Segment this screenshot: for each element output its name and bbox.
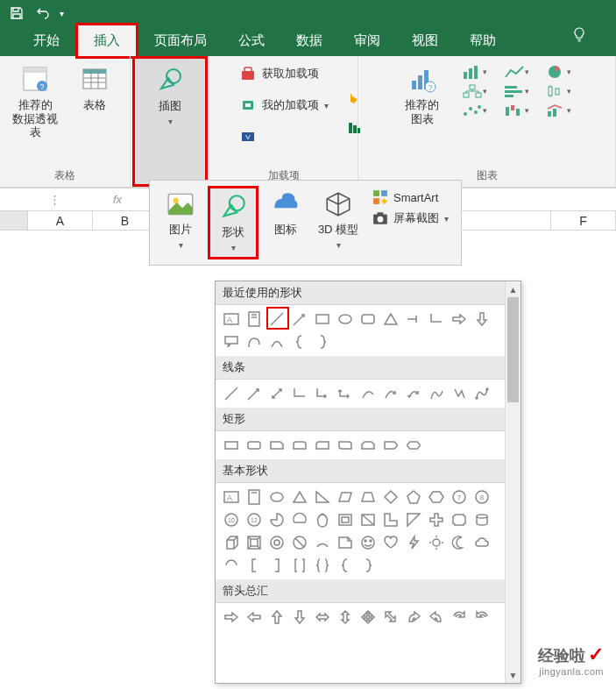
line-4[interactable] [289, 383, 310, 404]
shape-right-arrow[interactable] [449, 309, 470, 330]
b-sun[interactable] [426, 532, 447, 553]
shape-elbow[interactable] [426, 309, 447, 330]
b-dbrace[interactable] [312, 555, 333, 576]
visio-icon[interactable]: V [236, 123, 260, 151]
shape-triangle[interactable] [380, 309, 401, 330]
b-plaque[interactable] [449, 509, 470, 530]
rect-5[interactable] [312, 435, 333, 456]
shape-textbox-v[interactable] [244, 309, 265, 330]
smartart-button[interactable]: SmartArt [371, 188, 450, 207]
rect-8[interactable] [380, 435, 401, 456]
rect-4[interactable] [289, 435, 310, 456]
b-hept[interactable]: 7 [449, 487, 470, 508]
b-donut[interactable] [266, 532, 287, 553]
line-11[interactable] [449, 383, 470, 404]
shape-line-arrow[interactable] [289, 309, 310, 330]
col-b[interactable]: B [93, 211, 158, 230]
b-bevel[interactable] [244, 532, 265, 553]
b-vtext[interactable] [244, 487, 265, 508]
combo-chart-icon[interactable]: ▾ [542, 102, 577, 119]
shape-l-arrow[interactable] [403, 309, 424, 330]
b-half[interactable] [358, 509, 379, 530]
shape-oval[interactable] [335, 309, 356, 330]
get-addins-button[interactable]: 获取加载项 [236, 60, 322, 88]
b-rbrkt[interactable] [266, 555, 287, 576]
my-addins-button[interactable]: 我的加载项 ▾ [236, 91, 332, 119]
b-bolt[interactable] [403, 532, 424, 553]
line-1[interactable] [221, 383, 242, 404]
waterfall-chart-icon[interactable]: ▾ [499, 102, 535, 119]
line-5[interactable] [312, 383, 333, 404]
icons-button[interactable]: 图标 [260, 186, 311, 259]
recommended-charts-button[interactable]: ? 推荐的 图表 [394, 60, 450, 129]
b-cube[interactable] [221, 532, 242, 553]
3d-models-button[interactable]: 3D 模型 ▾ [313, 186, 364, 259]
b-L[interactable] [380, 509, 401, 530]
b-dec[interactable]: 10 [221, 509, 242, 530]
tab-view[interactable]: 视图 [396, 25, 454, 56]
undo-icon[interactable] [33, 4, 53, 23]
b-pie[interactable] [266, 509, 287, 530]
b-tear[interactable] [312, 509, 333, 530]
shape-brace-l[interactable] [289, 331, 310, 352]
scroll-up-icon[interactable]: ▲ [506, 281, 520, 297]
ar-2[interactable] [244, 607, 265, 628]
b-rbrace[interactable] [358, 555, 379, 576]
ar-5[interactable] [312, 607, 333, 628]
screenshot-button[interactable]: 屏幕截图 ▾ [371, 209, 450, 228]
b-lbrace[interactable] [335, 555, 356, 576]
col-f[interactable]: F [551, 211, 616, 230]
line-12[interactable] [471, 383, 492, 404]
tab-formulas[interactable]: 公式 [223, 25, 280, 56]
rect-2[interactable] [244, 435, 265, 456]
ar-12[interactable] [471, 607, 492, 628]
shape-curve[interactable] [266, 331, 287, 352]
b-trap[interactable] [358, 487, 379, 508]
shape-brace-r[interactable] [312, 331, 333, 352]
b-can[interactable] [471, 509, 492, 530]
b-diag[interactable] [403, 509, 424, 530]
fx-icon[interactable]: fx [113, 193, 122, 206]
ar-10[interactable] [426, 607, 447, 628]
b-smiley[interactable] [358, 532, 379, 553]
b-pent[interactable] [403, 487, 424, 508]
tab-review[interactable]: 审阅 [338, 25, 396, 56]
b-textbox[interactable]: A [221, 487, 242, 508]
shape-down-arrow[interactable] [471, 309, 492, 330]
b-lbrkt[interactable] [244, 555, 265, 576]
pie-chart-icon[interactable]: ▾ [542, 63, 577, 81]
b-noentry[interactable] [289, 532, 310, 553]
tab-home[interactable]: 开始 [18, 25, 75, 56]
rect-3[interactable] [266, 435, 287, 456]
ar-4[interactable] [289, 607, 310, 628]
line-6[interactable] [335, 383, 356, 404]
recommended-pivot-button[interactable]: ? 推荐的 数据透视表 [7, 60, 63, 143]
b-fold[interactable] [335, 532, 356, 553]
rect-9[interactable] [403, 435, 424, 456]
b-chord[interactable] [289, 509, 310, 530]
rect-6[interactable] [335, 435, 356, 456]
ar-1[interactable] [221, 607, 242, 628]
qat-dropdown-icon[interactable]: ▾ [60, 9, 64, 18]
line-3[interactable] [266, 383, 287, 404]
line-7[interactable] [358, 383, 379, 404]
scroll-thumb[interactable] [507, 297, 519, 402]
b-oval[interactable] [266, 487, 287, 508]
tab-page-layout[interactable]: 页面布局 [138, 25, 223, 56]
shape-callout[interactable] [221, 331, 242, 352]
shape-textbox-h[interactable]: A [221, 309, 242, 330]
rect-1[interactable] [221, 435, 242, 456]
b-dbrkt[interactable] [289, 555, 310, 576]
b-cloud[interactable] [471, 532, 492, 553]
ar-9[interactable] [403, 607, 424, 628]
shape-rect[interactable] [312, 309, 333, 330]
line-chart-icon[interactable]: ▾ [499, 63, 535, 81]
ar-8[interactable] [380, 607, 401, 628]
table-button[interactable]: 表格 [67, 60, 123, 116]
shape-freeform[interactable] [244, 331, 265, 352]
select-all-corner[interactable] [0, 211, 28, 230]
b-moon[interactable] [449, 532, 470, 553]
scroll-down-icon[interactable]: ▼ [506, 667, 520, 683]
save-icon[interactable] [7, 4, 26, 23]
line-8[interactable] [380, 383, 401, 404]
